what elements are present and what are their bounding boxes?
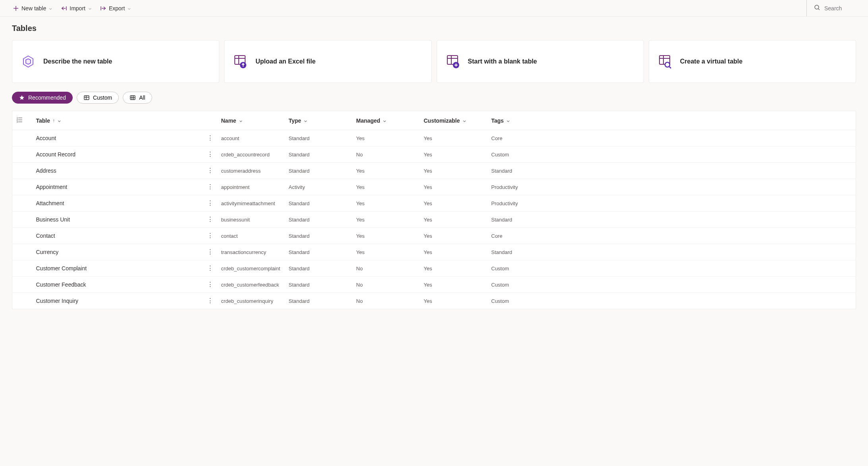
card-blank-table[interactable]: Start with a blank table: [437, 40, 644, 83]
column-header-actions: [203, 111, 217, 130]
row-type: Standard: [285, 146, 352, 163]
chevron-down-icon: ⌵: [463, 118, 466, 123]
row-tags: Productivity: [487, 179, 856, 195]
new-table-button[interactable]: New table ⌵: [12, 3, 53, 14]
row-logical-name: transactioncurrency: [217, 244, 285, 260]
more-actions-icon[interactable]: ⋮: [207, 216, 213, 223]
table-add-icon: [446, 54, 460, 69]
svg-line-22: [669, 67, 671, 68]
row-table-name[interactable]: Business Unit: [36, 216, 70, 223]
row-table-name[interactable]: Address: [36, 168, 56, 174]
chevron-down-icon: ⌵: [58, 118, 61, 123]
table-icon: [83, 94, 90, 101]
column-header-tags[interactable]: Tags⌵: [487, 111, 856, 130]
column-label: Type: [289, 117, 302, 124]
table-row[interactable]: Customer Complaint ⋮ crdeb_customercompl…: [12, 260, 856, 277]
row-table-name[interactable]: Customer Feedback: [36, 281, 86, 288]
more-actions-icon[interactable]: ⋮: [207, 281, 213, 288]
row-type: Standard: [285, 163, 352, 179]
table-row[interactable]: Currency ⋮ transactioncurrency Standard …: [12, 244, 856, 260]
row-customizable: Yes: [420, 277, 487, 293]
table-row[interactable]: Customer Feedback ⋮ crdeb_customerfeedba…: [12, 277, 856, 293]
search-input[interactable]: [824, 5, 856, 12]
table-row[interactable]: Attachment ⋮ activitymimeattachment Stan…: [12, 195, 856, 212]
card-upload-excel[interactable]: Upload an Excel file: [224, 40, 431, 83]
column-header-name[interactable]: Name⌵: [217, 111, 285, 130]
row-customizable: Yes: [420, 228, 487, 244]
more-actions-icon[interactable]: ⋮: [207, 248, 213, 255]
excel-upload-icon: [233, 54, 247, 69]
filter-row: Recommended Custom All: [12, 92, 856, 104]
column-header-managed[interactable]: Managed⌵: [352, 111, 420, 130]
row-type: Standard: [285, 212, 352, 228]
column-header-index[interactable]: 123: [12, 111, 32, 130]
row-table-name[interactable]: Contact: [36, 233, 55, 239]
row-logical-name: crdeb_customerfeedback: [217, 277, 285, 293]
row-logical-name: account: [217, 130, 285, 146]
card-title: Start with a blank table: [468, 58, 537, 65]
table-row[interactable]: Account ⋮ account Standard Yes Yes Core: [12, 130, 856, 146]
more-actions-icon[interactable]: ⋮: [207, 200, 213, 206]
plus-icon: [13, 5, 19, 12]
card-describe-table[interactable]: Describe the new table: [12, 40, 219, 83]
column-header-type[interactable]: Type⌵: [285, 111, 352, 130]
row-managed: Yes: [352, 212, 420, 228]
top-toolbar: New table ⌵ Import ⌵ Export ⌵: [0, 0, 868, 17]
filter-label: All: [139, 94, 145, 101]
table-row[interactable]: Business Unit ⋮ businessunit Standard Ye…: [12, 212, 856, 228]
row-type: Standard: [285, 244, 352, 260]
row-type: Standard: [285, 293, 352, 309]
search-icon: [814, 4, 820, 12]
row-customizable: Yes: [420, 130, 487, 146]
search-box[interactable]: [806, 0, 856, 16]
row-customizable: Yes: [420, 163, 487, 179]
table-row[interactable]: Customer Inquiry ⋮ crdeb_customerinquiry…: [12, 293, 856, 309]
filter-recommended[interactable]: Recommended: [12, 92, 73, 104]
filter-all[interactable]: All: [123, 92, 152, 104]
row-customizable: Yes: [420, 212, 487, 228]
more-actions-icon[interactable]: ⋮: [207, 265, 213, 272]
table-row[interactable]: Appointment ⋮ appointment Activity Yes Y…: [12, 179, 856, 195]
svg-point-21: [665, 62, 670, 67]
copilot-icon: [21, 54, 35, 69]
row-type: Standard: [285, 260, 352, 277]
chevron-down-icon: ⌵: [89, 6, 91, 11]
more-actions-icon[interactable]: ⋮: [207, 151, 213, 158]
column-label: Tags: [491, 117, 504, 124]
row-table-name[interactable]: Currency: [36, 249, 59, 255]
row-tags: Core: [487, 228, 856, 244]
chevron-down-icon: ⌵: [383, 118, 386, 123]
table-row[interactable]: Address ⋮ customeraddress Standard Yes Y…: [12, 163, 856, 179]
table-search-icon: [658, 54, 672, 69]
filter-custom[interactable]: Custom: [77, 92, 119, 104]
row-tags: Standard: [487, 163, 856, 179]
svg-line-7: [818, 9, 820, 10]
column-header-table[interactable]: Table ↑ ⌵: [32, 111, 203, 130]
import-button[interactable]: Import ⌵: [60, 3, 92, 14]
row-table-name[interactable]: Attachment: [36, 200, 64, 206]
row-table-name[interactable]: Account: [36, 135, 56, 141]
table-row[interactable]: Account Record ⋮ crdeb_accountrecord Sta…: [12, 146, 856, 163]
export-button[interactable]: Export ⌵: [99, 3, 131, 14]
row-managed: No: [352, 146, 420, 163]
more-actions-icon[interactable]: ⋮: [207, 167, 213, 174]
more-actions-icon[interactable]: ⋮: [207, 183, 213, 190]
row-tags: Standard: [487, 212, 856, 228]
more-actions-icon[interactable]: ⋮: [207, 135, 213, 141]
row-table-name[interactable]: Customer Complaint: [36, 265, 87, 272]
card-virtual-table[interactable]: Create a virtual table: [649, 40, 856, 83]
row-type: Standard: [285, 195, 352, 212]
column-header-customizable[interactable]: Customizable⌵: [420, 111, 487, 130]
row-table-name[interactable]: Account Record: [36, 151, 76, 158]
row-tags: Custom: [487, 293, 856, 309]
row-managed: Yes: [352, 244, 420, 260]
row-table-name[interactable]: Appointment: [36, 184, 68, 190]
row-table-name[interactable]: Customer Inquiry: [36, 298, 79, 304]
table-row[interactable]: Contact ⋮ contact Standard Yes Yes Core: [12, 228, 856, 244]
svg-text:3: 3: [17, 121, 18, 123]
more-actions-icon[interactable]: ⋮: [207, 232, 213, 239]
chevron-down-icon: ⌵: [49, 6, 52, 11]
row-tags: Core: [487, 130, 856, 146]
more-actions-icon[interactable]: ⋮: [207, 297, 213, 304]
export-label: Export: [109, 5, 125, 12]
